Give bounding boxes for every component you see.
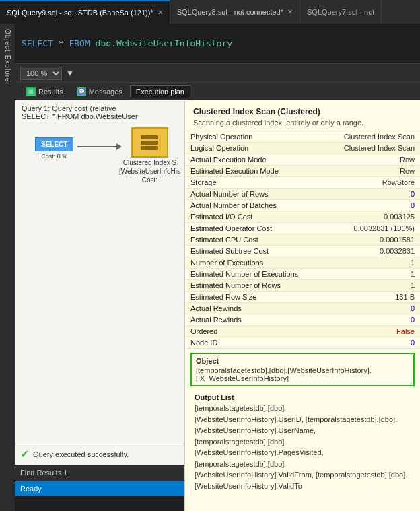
clustered-icon bbox=[139, 133, 160, 153]
tab-results-label: Results bbox=[38, 88, 63, 96]
output-label: Output List bbox=[195, 393, 411, 401]
tooltip-key-7: Estimated I/O Cost bbox=[185, 211, 314, 223]
tooltip-key-14: Estimated Row Size bbox=[185, 292, 314, 303]
close-icon[interactable]: ✕ bbox=[287, 8, 293, 15]
tooltip-value-13: 1 bbox=[314, 280, 420, 292]
clustered-label: Clustered Index S bbox=[123, 159, 177, 166]
toolbar: 100 % ▼ bbox=[15, 64, 420, 83]
main-area: SELECT * FROM dbo.WebsiteUserInfoHistory… bbox=[15, 24, 420, 511]
tooltip-value-6: 0 bbox=[314, 200, 420, 211]
tab-execution-plan[interactable]: Execution plan bbox=[130, 85, 190, 98]
results-icon: ▦ bbox=[26, 87, 36, 96]
tooltip-key-2: Actual Execution Mode bbox=[185, 154, 314, 166]
bottom-spacer bbox=[15, 496, 184, 511]
svg-rect-2 bbox=[141, 146, 158, 150]
tooltip-value-14: 131 B bbox=[314, 292, 420, 303]
messages-icon: 💬 bbox=[77, 87, 86, 96]
object-value: [temporalstagetestdb].[dbo].[WebsiteUser… bbox=[196, 366, 409, 382]
code-editor[interactable]: SELECT * FROM dbo.WebsiteUserInfoHistory bbox=[15, 24, 420, 64]
tab-execution-plan-label: Execution plan bbox=[136, 88, 184, 96]
sidebar-label: Object Explorer bbox=[4, 29, 11, 86]
status-bar-inner: ✔ Query executed successfully. bbox=[15, 444, 184, 464]
tooltip-value-8: 0.0032831 (100%) bbox=[314, 223, 420, 234]
tooltip-value-7: 0.003125 bbox=[314, 211, 420, 223]
status-success-text: Query executed successfully. bbox=[33, 450, 129, 458]
find-results-bar: Find Results 1 bbox=[15, 465, 184, 481]
tab-sqlquery7[interactable]: SQLQuery7.sql - not bbox=[300, 0, 382, 24]
tooltip-subtitle: Scanning a clustered index, entirely or … bbox=[193, 118, 412, 127]
tooltip-key-4: Storage bbox=[185, 177, 314, 189]
arrow-line bbox=[77, 146, 118, 147]
tooltip-title: Clustered Index Scan (Clustered) bbox=[193, 107, 412, 116]
tooltip-key-0: Physical Operation bbox=[185, 131, 314, 143]
tooltip-value-15: 0 bbox=[314, 303, 420, 314]
clustered-sublabel: [WebsiteUserInfoHis bbox=[119, 168, 180, 175]
output-section: Output List [temporalstagetestdb].[dbo].… bbox=[190, 390, 415, 494]
success-check-icon: ✔ bbox=[20, 448, 29, 461]
tooltip-value-5: 0 bbox=[314, 189, 420, 200]
tab-sqlquery7-label: SQLQuery7.sql - not bbox=[307, 8, 374, 16]
tooltip-key-15: Actual Rewinds bbox=[185, 303, 314, 314]
tooltip-key-8: Estimated Operator Cost bbox=[185, 223, 314, 234]
zoom-select[interactable]: 100 % bbox=[20, 67, 62, 80]
tooltip-key-13: Estimated Number of Rows bbox=[185, 280, 314, 292]
tooltip-value-3: Row bbox=[314, 166, 420, 177]
tab-results[interactable]: ▦ Results bbox=[20, 84, 69, 99]
select-box: SELECT bbox=[35, 137, 73, 151]
tooltip-header: Clustered Index Scan (Clustered) Scannin… bbox=[185, 100, 420, 131]
tooltip-value-4: RowStore bbox=[314, 177, 420, 189]
tooltip-key-1: Logical Operation bbox=[185, 143, 314, 154]
svg-rect-0 bbox=[141, 135, 158, 139]
query-info-line2: SELECT * FROM dbo.WebsiteUser bbox=[22, 112, 190, 121]
tooltip-value-2: Row bbox=[314, 154, 420, 166]
tooltip-key-11: Number of Executions bbox=[185, 257, 314, 269]
clustered-node[interactable]: Clustered Index S [WebsiteUserInfoHis Co… bbox=[119, 127, 180, 184]
query-info: Query 1: Query cost (relative SELECT * F… bbox=[15, 100, 197, 125]
tooltip-value-1: Clustered Index Scan bbox=[314, 143, 420, 154]
tab-messages[interactable]: 💬 Messages bbox=[71, 84, 129, 99]
output-value: [temporalstagetestdb].[dbo]. [WebsiteUse… bbox=[195, 403, 411, 491]
tooltip-key-9: Estimated CPU Cost bbox=[185, 234, 314, 246]
tooltip-key-6: Actual Number of Batches bbox=[185, 200, 314, 211]
tooltip-value-16: 0 bbox=[314, 314, 420, 326]
zoom-dropdown-icon: ▼ bbox=[66, 69, 74, 78]
object-section: Object [temporalstagetestdb].[dbo].[Webs… bbox=[190, 353, 415, 386]
tooltip-key-18: Node ID bbox=[185, 337, 314, 349]
query-tabs: ▦ Results 💬 Messages Execution plan bbox=[15, 83, 420, 100]
find-results-text: Find Results 1 bbox=[20, 469, 67, 477]
tab-messages-label: Messages bbox=[89, 88, 123, 96]
tooltip-value-12: 1 bbox=[314, 269, 420, 280]
tooltip-panel: Clustered Index Scan (Clustered) Scannin… bbox=[184, 100, 420, 511]
tooltip-key-5: Actual Number of Rows bbox=[185, 189, 314, 200]
sidebar: Object Explorer bbox=[0, 24, 15, 511]
tooltip-key-17: Ordered bbox=[185, 326, 314, 337]
close-icon[interactable]: ✕ bbox=[158, 9, 163, 16]
clustered-box bbox=[131, 127, 168, 158]
tab-sqlquery8-label: SQLQuery8.sql - not connected* bbox=[177, 8, 283, 16]
tooltip-key-3: Estimated Execution Mode bbox=[185, 166, 314, 177]
tab-sqlquery9-label: SQLQuery9.sql - sq...STDB (BaneSa (121))… bbox=[7, 9, 153, 17]
tooltip-value-18: 0 bbox=[314, 337, 420, 349]
tooltip-value-17: False bbox=[314, 326, 420, 337]
tooltip-value-11: 1 bbox=[314, 257, 420, 269]
plan-area: Query 1: Query cost (relative SELECT * F… bbox=[15, 100, 420, 511]
tooltip-value-9: 0.0001581 bbox=[314, 234, 420, 246]
tooltip-key-10: Estimated Subtree Cost bbox=[185, 246, 314, 257]
tooltip-value-0: Clustered Index Scan bbox=[314, 131, 420, 143]
tab-sqlquery9[interactable]: SQLQuery9.sql - sq...STDB (BaneSa (121))… bbox=[0, 0, 170, 24]
tooltip-key-12: Estimated Number of Executions bbox=[185, 269, 314, 280]
ready-text: Ready bbox=[20, 485, 42, 493]
tab-sqlquery8[interactable]: SQLQuery8.sql - not connected* ✕ bbox=[170, 0, 300, 24]
select-node[interactable]: SELECT Cost: 0 % bbox=[35, 137, 73, 160]
clustered-cost: Cost: bbox=[142, 176, 158, 184]
object-label: Object bbox=[196, 357, 409, 365]
tooltip-value-10: 0.0032831 bbox=[314, 246, 420, 257]
query-info-line1: Query 1: Query cost (relative bbox=[22, 104, 190, 112]
tooltip-key-16: Actual Rewinds bbox=[185, 314, 314, 326]
title-bar: SQLQuery9.sql - sq...STDB (BaneSa (121))… bbox=[0, 0, 420, 24]
ready-bar: Ready bbox=[15, 481, 184, 496]
select-cost: Cost: 0 % bbox=[35, 153, 73, 160]
tooltip-table: Physical OperationClustered Index ScanLo… bbox=[185, 131, 420, 349]
svg-rect-1 bbox=[141, 141, 158, 145]
